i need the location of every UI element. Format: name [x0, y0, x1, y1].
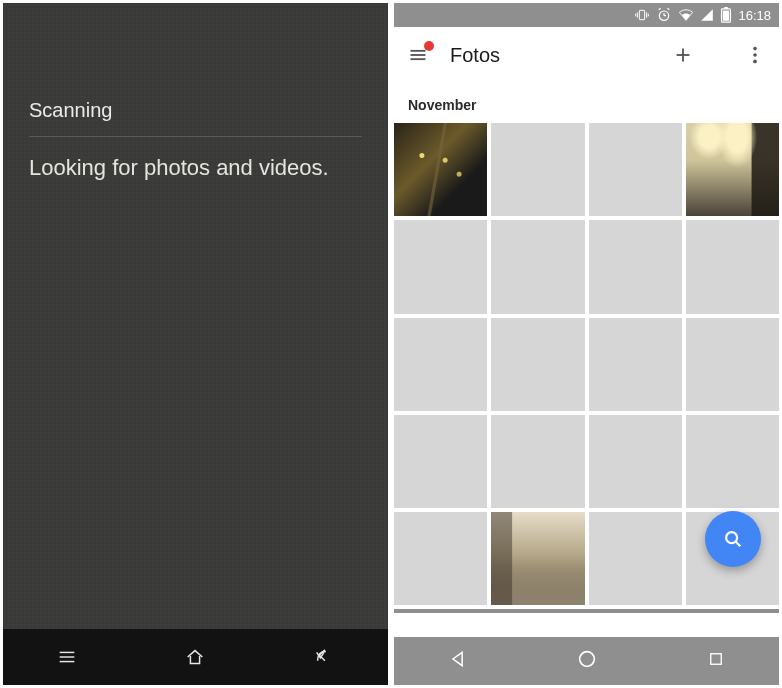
photo-placeholder[interactable]	[394, 512, 487, 605]
wifi-icon	[678, 7, 694, 23]
notification-dot-icon	[424, 41, 434, 51]
svg-rect-14	[725, 7, 729, 9]
home-circle-icon[interactable]	[576, 648, 598, 674]
app-bar: Fotos	[394, 27, 779, 83]
svg-point-24	[726, 532, 737, 543]
photo-placeholder[interactable]	[491, 123, 584, 216]
photo-placeholder[interactable]	[589, 415, 682, 508]
right-phone-screen: 16:18 Fotos November	[391, 0, 782, 688]
home-outline-icon[interactable]	[184, 646, 206, 668]
vibrate-icon	[634, 7, 650, 23]
photo-placeholder[interactable]	[491, 220, 584, 313]
svg-point-22	[753, 53, 757, 57]
status-bar: 16:18	[394, 3, 779, 27]
photo-placeholder[interactable]	[394, 220, 487, 313]
photo-placeholder[interactable]	[491, 415, 584, 508]
recent-square-icon[interactable]	[707, 650, 725, 672]
svg-rect-3	[640, 10, 645, 19]
photo-placeholder[interactable]	[394, 415, 487, 508]
left-content: Scanning Looking for photos and videos.	[3, 3, 388, 629]
add-button[interactable]	[671, 43, 695, 67]
left-phone-screen: Scanning Looking for photos and videos.	[0, 0, 391, 688]
back-arrow-icon[interactable]	[313, 646, 335, 668]
more-button[interactable]	[743, 43, 767, 67]
svg-rect-27	[711, 654, 722, 665]
scanning-subtext: Looking for photos and videos.	[29, 137, 362, 183]
left-nav-bar	[3, 629, 388, 685]
photo-placeholder[interactable]	[589, 512, 682, 605]
grid-separator	[394, 609, 779, 613]
svg-line-12	[668, 8, 670, 9]
photo-thumbnail[interactable]	[394, 123, 487, 216]
photo-placeholder[interactable]	[589, 123, 682, 216]
photo-thumbnail[interactable]	[686, 123, 779, 216]
battery-icon	[720, 7, 732, 23]
photo-placeholder[interactable]	[686, 220, 779, 313]
photo-placeholder[interactable]	[589, 318, 682, 411]
menu-button[interactable]	[406, 43, 430, 67]
cell-icon	[700, 8, 714, 22]
svg-line-25	[736, 542, 741, 547]
search-fab[interactable]	[705, 511, 761, 567]
section-month-label: November	[394, 83, 779, 123]
status-time: 16:18	[738, 8, 771, 23]
alarm-icon	[656, 7, 672, 23]
svg-point-21	[753, 47, 757, 51]
svg-point-23	[753, 60, 757, 64]
svg-point-26	[580, 652, 595, 667]
photo-placeholder[interactable]	[491, 318, 584, 411]
photo-placeholder[interactable]	[686, 318, 779, 411]
back-triangle-icon[interactable]	[448, 649, 468, 673]
photo-placeholder[interactable]	[394, 318, 487, 411]
app-title: Fotos	[450, 44, 651, 67]
right-nav-bar	[394, 637, 779, 685]
hamburger-icon[interactable]	[56, 646, 78, 668]
scanning-heading: Scanning	[29, 3, 362, 137]
photos-content: November	[394, 83, 779, 637]
photo-placeholder[interactable]	[686, 415, 779, 508]
svg-line-11	[659, 8, 661, 9]
photo-placeholder[interactable]	[589, 220, 682, 313]
photo-thumbnail[interactable]	[491, 512, 584, 605]
svg-rect-15	[723, 11, 729, 21]
